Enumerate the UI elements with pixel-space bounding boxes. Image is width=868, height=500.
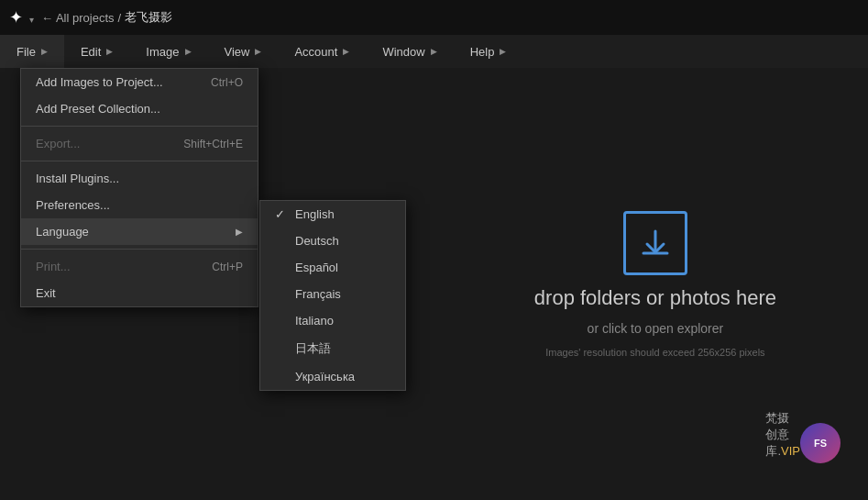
- language-item-english[interactable]: ✓ English: [260, 201, 405, 228]
- window-chevron-icon: ▶: [431, 47, 437, 56]
- check-icon-english: ✓: [275, 207, 288, 221]
- language-item-espanol[interactable]: ✓ Español: [260, 254, 405, 281]
- image-chevron-icon: ▶: [185, 47, 192, 56]
- language-submenu: ✓ English ✓ Deutsch ✓ Español ✓ Français…: [259, 200, 406, 391]
- menu-view[interactable]: View ▶: [208, 35, 279, 68]
- drop-icon: [623, 211, 687, 275]
- drop-text-sub: or click to open explorer: [588, 321, 724, 336]
- menu-item-exit[interactable]: Exit: [21, 280, 258, 306]
- top-bar: ✦ ▾ ← All projects / 老飞摄影: [0, 0, 868, 35]
- menu-item-install-plugins[interactable]: Install Plugins...: [21, 165, 258, 192]
- menu-item-print: Print... Ctrl+P: [21, 253, 258, 280]
- language-item-ukrainian[interactable]: ✓ Українська: [260, 363, 405, 390]
- language-item-francais[interactable]: ✓ Français: [260, 281, 405, 307]
- menu-account[interactable]: Account ▶: [278, 35, 366, 68]
- menu-item-add-preset[interactable]: Add Preset Collection...: [21, 95, 258, 122]
- menu-item-export: Export... Shift+Ctrl+E: [21, 130, 258, 157]
- watermark-vip: VIP: [781, 444, 800, 458]
- account-chevron-icon: ▶: [343, 47, 349, 56]
- menu-window[interactable]: Window ▶: [366, 35, 453, 68]
- menu-separator-3: [21, 249, 258, 250]
- menu-item-add-images[interactable]: Add Images to Project... Ctrl+O: [21, 69, 258, 95]
- menu-separator-1: [21, 126, 258, 127]
- menu-bar: File ▶ Edit ▶ Image ▶ View ▶ Account ▶ W…: [0, 35, 868, 68]
- file-dropdown: Add Images to Project... Ctrl+O Add Pres…: [20, 68, 258, 307]
- language-item-italiano[interactable]: ✓ Italiano: [260, 307, 405, 334]
- logo-chevron[interactable]: ▾: [29, 15, 34, 25]
- drop-text-main: drop folders or photos here: [534, 286, 776, 310]
- menu-item-language[interactable]: Language ▶: [21, 218, 258, 245]
- file-chevron-icon: ▶: [41, 47, 48, 56]
- menu-item-preferences[interactable]: Preferences...: [21, 192, 258, 218]
- app-logo[interactable]: ✦ ▾: [9, 7, 34, 28]
- view-chevron-icon: ▶: [255, 47, 261, 56]
- drop-text-note: Images' resolution should exceed 256x256…: [545, 347, 764, 358]
- menu-image[interactable]: Image ▶: [129, 35, 207, 68]
- menu-help[interactable]: Help ▶: [454, 35, 523, 68]
- language-item-japanese[interactable]: ✓ 日本語: [260, 334, 405, 363]
- watermark-text: 梵摄创意库.VIP: [765, 410, 800, 460]
- language-item-deutsch[interactable]: ✓ Deutsch: [260, 228, 405, 254]
- menu-edit[interactable]: Edit ▶: [64, 35, 129, 68]
- breadcrumb-separator: /: [118, 11, 122, 25]
- drop-zone: drop folders or photos here or click to …: [534, 211, 776, 358]
- help-chevron-icon: ▶: [500, 47, 506, 56]
- back-arrow[interactable]: ← All projects: [41, 11, 114, 25]
- edit-chevron-icon: ▶: [106, 47, 113, 56]
- menu-separator-2: [21, 161, 258, 161]
- watermark-logo: FS: [800, 423, 841, 463]
- project-name: 老飞摄影: [125, 9, 172, 26]
- breadcrumb: ← All projects / 老飞摄影: [41, 9, 172, 26]
- language-submenu-arrow: ▶: [236, 227, 243, 237]
- menu-file[interactable]: File ▶: [0, 35, 64, 68]
- logo-star: ✦: [9, 8, 23, 27]
